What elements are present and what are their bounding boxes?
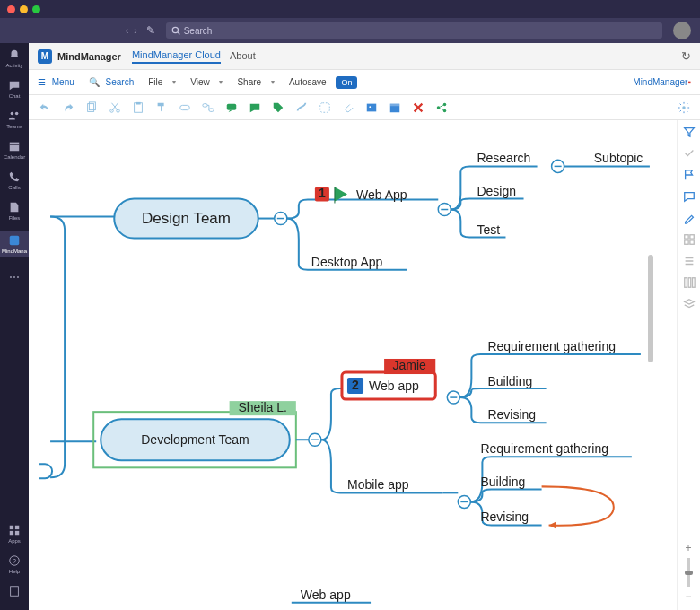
boundary-icon[interactable] [318, 100, 332, 115]
scrollbar[interactable] [648, 255, 653, 362]
format-paint-icon[interactable] [154, 100, 169, 115]
node-development-team[interactable]: Sheila L. Development Team [93, 400, 296, 467]
rail-download[interactable] [8, 585, 21, 599]
node-req-2[interactable]: Requirement gathering [480, 441, 608, 456]
node-building-1[interactable]: Building [487, 374, 532, 388]
node-web-app-1[interactable]: 1 Web App [315, 186, 407, 203]
node-desktop-app[interactable]: Desktop App [311, 255, 383, 269]
node-web-app-2[interactable]: Jamie 2 Web app [342, 358, 435, 399]
search-icon [171, 26, 180, 35]
add-topic-icon[interactable] [178, 100, 192, 115]
rail-calendar[interactable]: Calendar [4, 140, 25, 160]
minimize-window[interactable] [20, 5, 28, 13]
node-research[interactable]: Research [477, 151, 530, 165]
rail-more[interactable]: ⋯ [9, 271, 20, 283]
global-search[interactable]: Search [166, 22, 662, 39]
node-building-2[interactable]: Building [480, 475, 525, 489]
node-web-app-3[interactable]: Web app [301, 588, 351, 602]
rail-calls[interactable]: Calls [8, 170, 21, 190]
node-revising-2[interactable]: Revising [480, 510, 529, 524]
nav-history: ‹ › [126, 26, 137, 36]
cut-icon[interactable] [108, 100, 122, 115]
date-icon[interactable] [388, 100, 402, 115]
mindmap-canvas[interactable]: Design Team 1 Web App [29, 120, 677, 610]
list-icon[interactable] [683, 255, 696, 267]
attach-icon[interactable] [341, 100, 355, 115]
zoom-control[interactable]: + − [680, 542, 696, 603]
rail-help[interactable]: ?Help [8, 554, 21, 574]
svg-rect-8 [15, 526, 19, 529]
node-mobile-app[interactable]: Mobile app [347, 477, 409, 492]
toggle-dev-team[interactable] [309, 433, 321, 446]
settings-icon[interactable] [677, 100, 691, 115]
grid-icon[interactable] [683, 233, 696, 246]
node-design[interactable]: Design [477, 184, 516, 198]
node-test[interactable]: Test [477, 222, 500, 237]
refresh-icon[interactable]: ↻ [681, 49, 691, 63]
delete-icon[interactable] [411, 100, 425, 115]
add-subtopic-icon[interactable] [201, 100, 215, 115]
zoom-out-icon[interactable]: − [685, 590, 691, 603]
nav-forward-icon[interactable]: › [134, 26, 136, 36]
rail-apps[interactable]: Apps [8, 524, 21, 544]
svg-rect-13 [11, 587, 19, 597]
nav-back-icon[interactable]: ‹ [126, 26, 128, 36]
menu-button[interactable]: ☰ Menu [38, 77, 74, 87]
rail-files[interactable]: Files [8, 201, 21, 221]
zoom-slider[interactable] [687, 558, 690, 587]
svg-rect-24 [320, 102, 330, 112]
svg-point-2 [11, 112, 14, 116]
calendar-icon [8, 140, 21, 152]
user-avatar[interactable] [673, 22, 691, 39]
toggle-web-app-2[interactable] [447, 391, 459, 404]
file-menu[interactable]: File ▾ [148, 77, 176, 87]
rail-activity[interactable]: Activity [5, 48, 22, 68]
svg-point-31 [443, 109, 447, 112]
zoom-in-icon[interactable]: + [685, 542, 691, 554]
node-subtopic[interactable]: Subtopic [594, 151, 643, 165]
flag-panel-icon[interactable] [683, 169, 696, 181]
tab-cloud[interactable]: MindManager Cloud [132, 49, 221, 64]
share-menu[interactable]: Share ▾ [237, 77, 274, 87]
task-icon[interactable] [683, 147, 696, 160]
node-req-1[interactable]: Requirement gathering [487, 339, 616, 353]
filter-icon[interactable] [683, 126, 696, 138]
rail-chat[interactable]: Chat [8, 79, 21, 99]
rail-teams[interactable]: Teams [6, 109, 22, 129]
relationship-arrow[interactable] [542, 486, 614, 525]
tab-about[interactable]: About [230, 50, 256, 63]
close-window[interactable] [7, 5, 15, 13]
chat-icon [8, 79, 21, 92]
maximize-window[interactable] [32, 5, 40, 13]
tag-icon[interactable] [271, 100, 285, 115]
node-design-team[interactable]: Design Team [114, 198, 258, 238]
callout-icon[interactable] [224, 100, 239, 115]
columns-icon[interactable] [683, 276, 696, 289]
toggle-research[interactable] [552, 160, 564, 172]
search-button[interactable]: 🔍 Search [89, 77, 134, 87]
svg-text:Web app: Web app [369, 379, 419, 393]
image-icon[interactable] [364, 100, 379, 115]
search-placeholder: Search [184, 26, 213, 36]
svg-text:Jamie: Jamie [392, 358, 426, 372]
toggle-design-team[interactable] [275, 213, 287, 225]
comments-panel-icon[interactable] [683, 190, 696, 203]
view-menu[interactable]: View ▾ [190, 77, 223, 87]
svg-rect-65 [689, 240, 693, 244]
relationship-icon[interactable] [294, 100, 309, 115]
node-revising-1[interactable]: Revising [487, 407, 536, 422]
rail-mindmanager[interactable]: MindMana [0, 231, 29, 257]
paste-icon[interactable] [131, 100, 145, 115]
redo-icon[interactable] [61, 100, 75, 115]
copy-icon[interactable] [84, 100, 99, 115]
toggle-mobile-app[interactable] [458, 495, 470, 508]
toggle-web-app-1[interactable] [438, 204, 451, 216]
autosave-toggle[interactable]: Autosave On [289, 76, 358, 89]
comment-icon[interactable] [248, 100, 262, 115]
undo-icon[interactable] [38, 100, 52, 115]
share-icon[interactable] [434, 100, 449, 115]
svg-rect-19 [136, 101, 140, 104]
edit-panel-icon[interactable] [683, 212, 696, 224]
layers-icon[interactable] [683, 298, 696, 310]
new-note-icon[interactable]: ✎ [146, 24, 155, 37]
